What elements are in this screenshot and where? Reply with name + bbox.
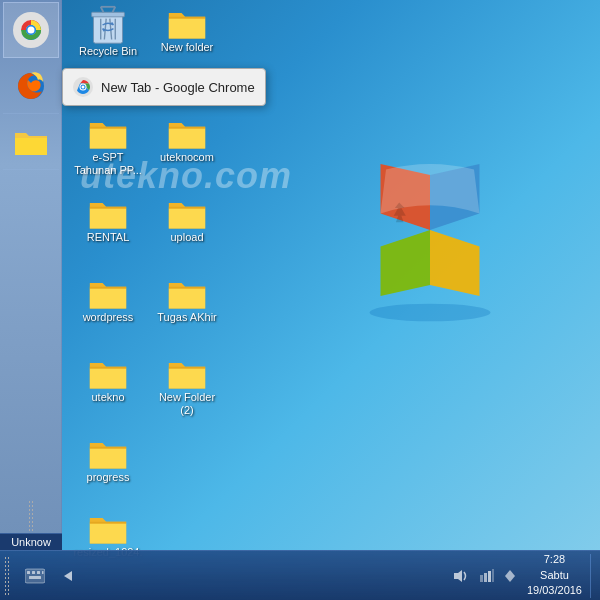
desktop-icon-recycle-bin[interactable]: Recycle Bin xyxy=(73,5,143,58)
svg-rect-13 xyxy=(93,14,122,43)
network-icon xyxy=(479,569,495,583)
svg-rect-26 xyxy=(480,575,483,582)
folder-icon-espt xyxy=(88,115,128,151)
svg-rect-29 xyxy=(492,569,494,582)
folder-icon-resized xyxy=(88,510,128,546)
desktop-icon-rental[interactable]: RENTAL xyxy=(73,195,143,244)
tray-expand[interactable] xyxy=(501,568,519,584)
keyboard-icon xyxy=(25,567,45,585)
wordpress-label: wordpress xyxy=(83,311,134,324)
system-tray: 7:28 Sabtu 19/03/2016 xyxy=(449,551,600,600)
espt-label: e-SPT Tahunan PP... xyxy=(74,151,142,177)
desktop-icon-utekno[interactable]: utekno xyxy=(73,355,143,404)
show-desktop-button[interactable] xyxy=(590,554,596,598)
desktop-icon-uteknocom[interactable]: uteknocom xyxy=(152,115,222,164)
folder-icon-upload xyxy=(167,195,207,231)
svg-marker-30 xyxy=(505,570,515,576)
chrome-icon xyxy=(13,12,49,48)
svg-rect-27 xyxy=(484,573,487,582)
folder-icon-progress xyxy=(88,435,128,471)
svg-point-12 xyxy=(82,86,85,89)
folder-icon-tugas xyxy=(167,275,207,311)
svg-marker-24 xyxy=(64,571,72,581)
desktop-icon-wordpress[interactable]: wordpress xyxy=(73,275,143,324)
system-clock[interactable]: 7:28 Sabtu 19/03/2016 xyxy=(521,550,588,600)
taskbar: Unknow xyxy=(0,550,600,600)
progress-label: progress xyxy=(87,471,130,484)
svg-rect-20 xyxy=(32,571,35,574)
left-panel xyxy=(0,0,62,550)
firefox-icon xyxy=(14,69,48,103)
taskbar-firefox-button[interactable] xyxy=(3,58,59,114)
folder-icon-wordpress xyxy=(88,275,128,311)
uteknocom-label: uteknocom xyxy=(160,151,214,164)
svg-rect-23 xyxy=(29,576,41,579)
svg-rect-22 xyxy=(42,571,44,574)
taskbar-arrow-button[interactable] xyxy=(55,554,81,598)
recycle-bin-label: Recycle Bin xyxy=(79,45,137,58)
tugas-akhir-label: Tugas AKhir xyxy=(157,311,217,324)
chrome-preview-tooltip[interactable]: New Tab - Google Chrome xyxy=(62,68,266,106)
svg-rect-21 xyxy=(37,571,40,574)
recycle-bin-icon xyxy=(89,5,127,45)
upload-label: upload xyxy=(170,231,203,244)
clock-time: 7:28 xyxy=(527,552,582,567)
svg-marker-25 xyxy=(454,570,462,582)
windows-logo xyxy=(320,120,540,340)
arrow-icon xyxy=(61,569,75,583)
svg-rect-28 xyxy=(488,571,491,582)
tray-expand-icon xyxy=(505,570,515,582)
taskbar-ime-button[interactable] xyxy=(19,554,51,598)
folder-icon-utekno xyxy=(88,355,128,391)
desktop-icon-tugas-akhir[interactable]: Tugas AKhir xyxy=(152,275,222,324)
desktop-icon-new-folder-2[interactable]: New Folder (2) xyxy=(152,355,222,417)
svg-point-0 xyxy=(370,304,491,322)
svg-point-7 xyxy=(27,27,34,34)
taskbar-drag-handle xyxy=(4,556,10,596)
utekno-label: utekno xyxy=(91,391,124,404)
clock-day: Sabtu xyxy=(527,568,582,583)
desktop-icon-new-folder-top[interactable]: New folder xyxy=(152,5,222,54)
svg-marker-31 xyxy=(505,576,515,582)
desktop: utekno.com xyxy=(0,0,600,600)
unknown-program-label[interactable]: Unknow xyxy=(0,533,62,550)
clock-date: 19/03/2016 xyxy=(527,583,582,598)
taskbar-explorer-button[interactable] xyxy=(3,114,59,170)
desktop-icon-espt[interactable]: e-SPT Tahunan PP... xyxy=(73,115,143,177)
folder-icon xyxy=(14,127,48,157)
rental-label: RENTAL xyxy=(87,231,130,244)
new-folder-top-label: New folder xyxy=(161,41,214,54)
tray-volume[interactable] xyxy=(449,567,473,585)
new-folder-2-label: New Folder (2) xyxy=(159,391,215,417)
chrome-favicon xyxy=(73,77,93,97)
folder-icon-new-top xyxy=(167,5,207,41)
folder-icon-rental xyxy=(88,195,128,231)
tray-network[interactable] xyxy=(475,567,499,585)
desktop-icon-progress[interactable]: progress xyxy=(73,435,143,484)
taskbar-chrome-button[interactable] xyxy=(3,2,59,58)
desktop-icon-upload[interactable]: upload xyxy=(152,195,222,244)
chrome-tab-label: New Tab - Google Chrome xyxy=(101,80,255,95)
folder-icon-new2 xyxy=(167,355,207,391)
folder-icon-uteknocom xyxy=(167,115,207,151)
volume-icon xyxy=(453,569,469,583)
svg-rect-14 xyxy=(92,12,125,17)
svg-rect-19 xyxy=(27,571,30,574)
